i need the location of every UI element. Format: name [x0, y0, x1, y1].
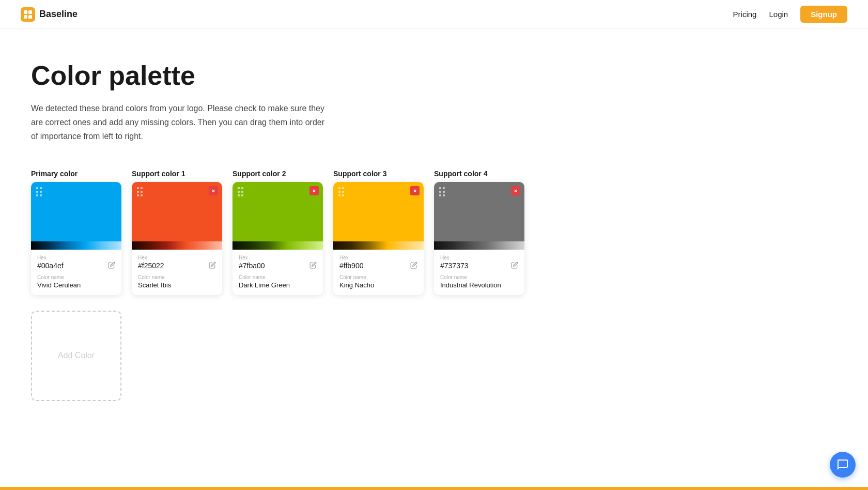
- edit-hex-icon[interactable]: [209, 262, 216, 270]
- signup-button[interactable]: Signup: [800, 6, 847, 23]
- hex-label: Hex: [440, 255, 518, 261]
- color-name-label: Color name: [37, 274, 115, 280]
- logo-text: Baseline: [39, 9, 78, 20]
- palette-card-wrapper: Support color 1×Hex#f25022Color nameScar…: [132, 170, 222, 295]
- svg-rect-1: [28, 10, 32, 14]
- palette-card-label: Support color 3: [333, 170, 424, 178]
- main-content: Color palette We detected these brand co…: [0, 29, 868, 422]
- pricing-link[interactable]: Pricing: [733, 10, 757, 19]
- hex-label: Hex: [239, 255, 317, 261]
- palette-card[interactable]: ×Hex#7fba00Color nameDark Lime Green: [233, 182, 323, 295]
- color-name-label: Color name: [339, 274, 417, 280]
- hex-label: Hex: [339, 255, 417, 261]
- palette-row: Primary colorHex#00a4efColor nameVivid C…: [31, 170, 837, 295]
- palette-card[interactable]: ×Hex#ffb900Color nameKing Nacho: [333, 182, 424, 295]
- palette-card-wrapper: Primary colorHex#00a4efColor nameVivid C…: [31, 170, 121, 295]
- color-gradient-bar: [31, 241, 121, 250]
- palette-card-wrapper: Support color 4×Hex#737373Color nameIndu…: [434, 170, 524, 295]
- hex-value: #f25022: [138, 262, 164, 270]
- color-name-label: Color name: [440, 274, 518, 280]
- edit-hex-icon[interactable]: [511, 262, 518, 270]
- color-name-label: Color name: [138, 274, 216, 280]
- logo: Baseline: [21, 7, 78, 22]
- drag-handle-icon[interactable]: [338, 187, 344, 196]
- drag-handle-icon[interactable]: [439, 187, 445, 196]
- navbar: Baseline Pricing Login Signup: [0, 0, 868, 29]
- svg-rect-0: [24, 10, 27, 14]
- palette-card-label: Support color 4: [434, 170, 524, 178]
- page-title: Color palette: [31, 60, 837, 91]
- hex-value: #737373: [440, 262, 469, 270]
- hex-value: #ffb900: [339, 262, 363, 270]
- add-color-card[interactable]: Add Color: [31, 311, 121, 401]
- palette-card-label: Support color 1: [132, 170, 222, 178]
- palette-card-label: Primary color: [31, 170, 121, 178]
- palette-card[interactable]: Hex#00a4efColor nameVivid Cerulean: [31, 182, 121, 295]
- hex-value: #00a4ef: [37, 262, 64, 270]
- delete-color-button[interactable]: ×: [410, 186, 420, 195]
- hex-label: Hex: [37, 255, 115, 261]
- hex-value: #7fba00: [239, 262, 265, 270]
- footer-bar: [0, 487, 868, 490]
- delete-color-button[interactable]: ×: [209, 186, 218, 195]
- drag-handle-icon[interactable]: [137, 187, 143, 196]
- logo-icon: [21, 7, 35, 22]
- palette-card[interactable]: ×Hex#f25022Color nameScarlet Ibis: [132, 182, 222, 295]
- color-gradient-bar: [233, 241, 323, 250]
- drag-handle-icon[interactable]: [238, 187, 243, 196]
- color-gradient-bar: [434, 241, 524, 250]
- add-color-row: Add Color: [31, 311, 837, 401]
- login-link[interactable]: Login: [769, 10, 788, 19]
- palette-card-wrapper: Support color 3×Hex#ffb900Color nameKing…: [333, 170, 424, 295]
- edit-hex-icon[interactable]: [108, 262, 115, 270]
- page-description: We detected these brand colors from your…: [31, 101, 331, 144]
- drag-handle-icon[interactable]: [36, 187, 42, 196]
- color-name-value: Dark Lime Green: [239, 281, 317, 289]
- nav-right: Pricing Login Signup: [733, 6, 847, 23]
- palette-card[interactable]: ×Hex#737373Color nameIndustrial Revoluti…: [434, 182, 524, 295]
- add-color-label: Add Color: [58, 351, 95, 360]
- color-name-label: Color name: [239, 274, 317, 280]
- delete-color-button[interactable]: ×: [511, 186, 520, 195]
- color-gradient-bar: [132, 241, 222, 250]
- svg-rect-2: [24, 15, 27, 19]
- delete-color-button[interactable]: ×: [309, 186, 319, 195]
- palette-card-wrapper: Support color 2×Hex#7fba00Color nameDark…: [233, 170, 323, 295]
- edit-hex-icon[interactable]: [309, 262, 317, 270]
- chat-button[interactable]: [830, 452, 856, 478]
- color-name-value: Industrial Revolution: [440, 281, 518, 289]
- svg-rect-3: [28, 15, 32, 19]
- edit-hex-icon[interactable]: [410, 262, 417, 270]
- color-name-value: Scarlet Ibis: [138, 281, 216, 289]
- color-name-value: Vivid Cerulean: [37, 281, 115, 289]
- color-gradient-bar: [333, 241, 424, 250]
- palette-card-label: Support color 2: [233, 170, 323, 178]
- palette-section: Primary colorHex#00a4efColor nameVivid C…: [31, 170, 837, 401]
- hex-label: Hex: [138, 255, 216, 261]
- color-name-value: King Nacho: [339, 281, 417, 289]
